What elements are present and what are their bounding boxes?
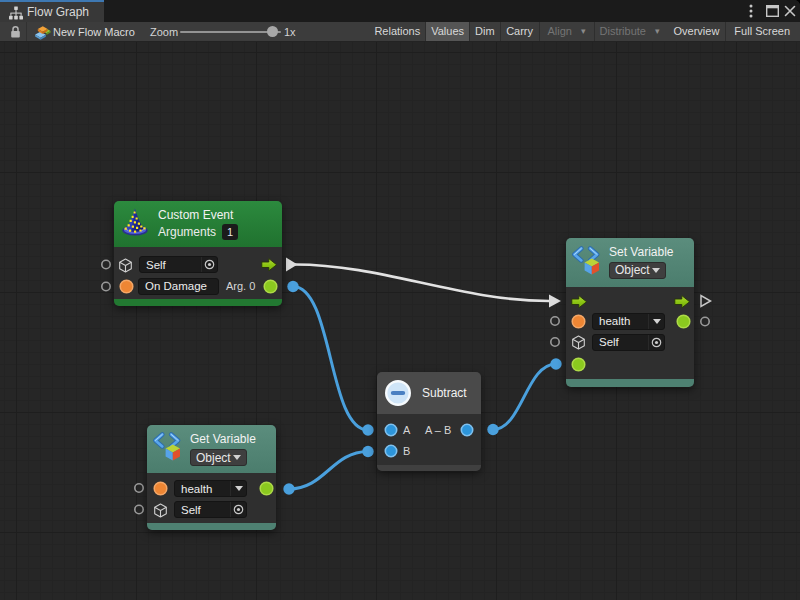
get-variable-title: Get Variable: [190, 432, 256, 446]
port-ring[interactable]: [551, 317, 559, 325]
flow-connection[interactable]: [295, 265, 549, 302]
port-ring[interactable]: [135, 484, 143, 492]
carry-button[interactable]: Carry: [500, 22, 539, 41]
tab-title: Flow Graph: [27, 5, 89, 19]
set-variable-footer: [566, 379, 694, 387]
flow-out-triangle-unconnected[interactable]: [701, 296, 711, 307]
gameobject-cube-icon: [154, 503, 167, 518]
graph-toolbar: New Flow Macro Zoom 1x Relations Values …: [0, 22, 800, 42]
node-get-variable[interactable]: Get Variable Object health: [147, 425, 276, 530]
port-ring[interactable]: [701, 317, 709, 325]
port-ring[interactable]: [135, 505, 143, 513]
node-subtract[interactable]: Subtract A A – B B: [377, 372, 481, 471]
output-port-blue[interactable]: [460, 423, 474, 437]
macro-name-label[interactable]: New Flow Macro: [53, 26, 135, 38]
zoom-label: Zoom: [150, 26, 178, 38]
input-b-label: B: [403, 445, 410, 457]
values-button[interactable]: Values: [425, 22, 469, 41]
relations-button[interactable]: Relations: [369, 22, 425, 41]
output-label: A – B: [425, 424, 451, 436]
wire-dot[interactable]: [550, 358, 561, 369]
flow-input-arrow[interactable]: [571, 295, 587, 308]
self-target-field[interactable]: Self: [592, 334, 665, 351]
wire-dot[interactable]: [362, 446, 373, 457]
event-name-field[interactable]: On Damage: [138, 278, 219, 295]
close-icon[interactable]: [781, 0, 799, 22]
wire-dot[interactable]: [487, 424, 498, 435]
get-variable-footer: [147, 523, 276, 530]
arg0-label: Arg. 0: [226, 280, 255, 292]
flow-connection-end-arrowhead[interactable]: [549, 295, 561, 308]
gameobject-cube-icon: [572, 335, 585, 350]
toolbar-separator: [26, 22, 27, 41]
arguments-label: Arguments: [158, 225, 216, 239]
variable-port-orange[interactable]: [153, 481, 168, 496]
custom-event-footer: [114, 299, 282, 306]
value-input-port-green[interactable]: [571, 357, 586, 372]
value-wire-getvar-to-b[interactable]: [289, 452, 368, 490]
zoom-slider-handle[interactable]: [267, 26, 278, 37]
object-picker-icon[interactable]: [230, 502, 246, 517]
toolbar-buttons: Relations Values Dim Carry Align▾ Distri…: [369, 22, 800, 41]
zoom-value: 1x: [284, 26, 296, 38]
dropdown-arrow-icon[interactable]: [648, 314, 664, 329]
lock-icon[interactable]: [9, 25, 22, 39]
subtract-footer: [377, 465, 481, 471]
zoom-slider-track[interactable]: [180, 31, 281, 33]
flow-output-arrow[interactable]: [261, 258, 277, 271]
subtract-title: Subtract: [422, 386, 467, 400]
input-b-port-blue[interactable]: [384, 444, 398, 458]
input-a-port-blue[interactable]: [384, 423, 398, 437]
node-set-variable[interactable]: Set Variable Object health: [566, 238, 694, 387]
flow-macro-icon: [34, 24, 51, 41]
wire-dot[interactable]: [287, 281, 298, 292]
flow-graph-window: Flow Graph: [0, 0, 800, 600]
fullscreen-button[interactable]: Full Screen: [725, 22, 800, 41]
node-custom-event[interactable]: Custom Event Arguments 1 Self: [114, 201, 282, 306]
self-target-field[interactable]: Self: [139, 256, 218, 273]
variable-name-dropdown[interactable]: health: [592, 313, 665, 330]
port-ring[interactable]: [102, 282, 110, 290]
dropdown-arrow-icon[interactable]: [230, 481, 246, 496]
object-picker-icon[interactable]: [648, 335, 664, 350]
arg0-port-green[interactable]: [263, 279, 278, 294]
variable-port-orange[interactable]: [571, 314, 586, 329]
value-output-port-green[interactable]: [259, 481, 274, 496]
set-variable-title: Set Variable: [609, 245, 673, 259]
self-target-field[interactable]: Self: [174, 501, 247, 518]
distribute-dropdown-arrow: ▾: [655, 26, 660, 36]
align-dropdown-arrow: ▾: [581, 26, 586, 36]
variable-kind-dropdown[interactable]: Object: [190, 449, 247, 466]
wizard-hat-icon: [119, 206, 151, 238]
minus-circle-icon: [384, 379, 412, 407]
graph-hierarchy-icon: [8, 5, 24, 21]
align-button[interactable]: Align▾: [539, 22, 594, 41]
kebab-menu-icon[interactable]: [742, 0, 760, 22]
object-picker-icon[interactable]: [201, 257, 217, 272]
flow-connection-start-triangle[interactable]: [286, 258, 298, 272]
wire-dot[interactable]: [362, 424, 373, 435]
dropdown-arrow-icon: [652, 268, 660, 273]
variable-name-dropdown[interactable]: health: [174, 480, 247, 497]
title-bar: Flow Graph: [0, 0, 800, 22]
dropdown-arrow-icon: [233, 455, 241, 460]
graph-canvas[interactable]: Custom Event Arguments 1 Self: [0, 42, 800, 600]
arguments-count-field[interactable]: 1: [222, 224, 238, 240]
value-wire-arg0-to-a[interactable]: [293, 287, 368, 431]
overview-button[interactable]: Overview: [668, 22, 726, 41]
variable-kind-dropdown[interactable]: Object: [609, 262, 666, 279]
gameobject-cube-icon: [119, 258, 132, 273]
variable-icon: [570, 245, 602, 277]
maximize-icon[interactable]: [763, 0, 781, 22]
port-ring[interactable]: [551, 338, 559, 346]
flow-output-arrow[interactable]: [674, 295, 690, 308]
wire-dot[interactable]: [283, 483, 294, 494]
port-ring[interactable]: [102, 260, 110, 268]
distribute-button[interactable]: Distribute▾: [594, 22, 665, 41]
value-output-port-green[interactable]: [676, 314, 691, 329]
event-port-orange[interactable]: [119, 279, 134, 294]
input-a-label: A: [403, 424, 410, 436]
tab-flow-graph[interactable]: Flow Graph: [0, 0, 104, 22]
dim-button[interactable]: Dim: [469, 22, 500, 41]
value-wire-result-to-setvar[interactable]: [493, 364, 556, 430]
